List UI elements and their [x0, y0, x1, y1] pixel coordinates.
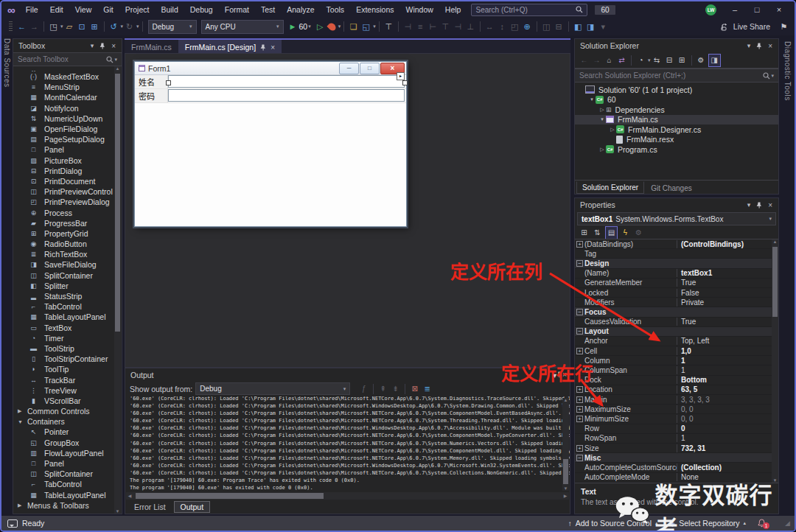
pin-icon[interactable]	[756, 43, 762, 49]
property-value[interactable]: False	[677, 289, 778, 297]
menu-project[interactable]: Project	[119, 1, 156, 18]
toolbox-item-tooltip[interactable]: ◗ToolTip	[13, 364, 114, 374]
toolbox-item-splitcontainer[interactable]: ◫SplitContainer	[13, 469, 114, 479]
maximize-button[interactable]: □	[746, 1, 768, 18]
tab-frmmain-cs-design[interactable]: FrmMain.cs [Design]×	[178, 40, 282, 55]
minimize-button[interactable]: –	[724, 1, 746, 18]
live-share-button[interactable]: Live Share	[721, 22, 770, 31]
property-row-tag[interactable]: Tag	[575, 249, 778, 259]
designer-preview-icon[interactable]: ◱	[360, 20, 371, 33]
toolbox-item-tabcontrol[interactable]: ⌐TabControl	[13, 479, 114, 489]
toolbox-item-treeview[interactable]: ⋮TreeView	[13, 385, 114, 396]
toolbar-overflow-icon[interactable]: ▾	[598, 20, 609, 33]
toolbox-item-flowlayoutpanel[interactable]: ▥FlowLayoutPanel	[13, 448, 114, 458]
property-row-rowspan[interactable]: RowSpan1	[575, 434, 778, 444]
save-icon[interactable]: ⊡	[77, 20, 88, 33]
toolbox-item-menustrip[interactable]: ≡MenuStrip	[13, 82, 114, 92]
properties-icon[interactable]: ⚙	[696, 55, 707, 66]
toolbox-item-vscrollbar[interactable]: ▮VScrollBar	[13, 396, 114, 406]
messages-filter-icon[interactable]: ƒ	[358, 383, 369, 395]
pending-changes-filter-icon[interactable]: ◔	[635, 55, 646, 66]
property-value[interactable]: Bottom	[677, 376, 778, 384]
property-pages-icon[interactable]: ⚙	[633, 227, 644, 239]
tab-solution-explorer[interactable]: Solution Explorer	[576, 181, 644, 194]
pin-icon[interactable]	[260, 44, 266, 51]
properties-view-icon[interactable]: ▤	[605, 226, 618, 239]
expand-icon[interactable]: +	[576, 416, 583, 422]
menu-help[interactable]: Help	[439, 1, 467, 18]
property-row-misc[interactable]: −Misc	[575, 453, 778, 463]
toolbox-item-pointer[interactable]: ↖Pointer	[13, 427, 114, 437]
close-tab-icon[interactable]: ×	[270, 43, 275, 52]
snap-lines-icon[interactable]: ⊤	[383, 20, 394, 33]
smart-tag-icon[interactable]: ▸	[397, 72, 405, 80]
properties-scrollbar[interactable]: ▲▼	[772, 239, 778, 483]
property-row-layout[interactable]: −Layout	[575, 327, 778, 337]
toolbox-item-progressbar[interactable]: ▰ProgressBar	[13, 218, 114, 228]
form-designer-surface[interactable]: Form1 ─ □ × 姓名▸密码	[125, 53, 570, 368]
make-same-width-icon[interactable]: ↔	[484, 20, 495, 33]
close-panel-icon[interactable]: ×	[768, 42, 772, 50]
tab-git-changes[interactable]: Git Changes	[646, 183, 697, 194]
property-value[interactable]: 0, 0	[677, 405, 778, 413]
expand-icon[interactable]: +	[576, 386, 583, 393]
menu-edit[interactable]: Edit	[44, 1, 69, 18]
form-field-textbox[interactable]	[168, 75, 405, 88]
select-repository-button[interactable]: ◈ Select Repository ▴	[670, 519, 747, 528]
make-same-height-icon[interactable]: ↕	[497, 20, 508, 33]
property-row-modifiers[interactable]: ModifiersPrivate	[575, 298, 778, 307]
properties-object-select[interactable]: textBox1 System.Windows.Forms.TextBox ▾	[577, 212, 776, 225]
diagnostic-tools-tab[interactable]: Diagnostic Tools	[783, 41, 792, 101]
toolbox-item-toolstrip[interactable]: ▬ToolStrip	[13, 343, 114, 354]
property-value[interactable]: 1	[677, 357, 778, 365]
toolbox-item-tabcontrol[interactable]: ⌐TabControl	[13, 301, 114, 312]
property-row-row[interactable]: Row0	[575, 424, 778, 434]
toolbox-item-radiobutton[interactable]: ◉RadioButton	[13, 239, 114, 249]
property-row-autocompletecustomsource[interactable]: AutoCompleteCustomSource(Collection)	[575, 463, 778, 472]
toolbox-item-trackbar[interactable]: ↔TrackBar	[13, 374, 114, 385]
collapse-icon[interactable]: −	[576, 328, 583, 335]
tab-frmmain-cs[interactable]: FrmMain.cs	[125, 40, 178, 55]
output-source-select[interactable]: Debug▾	[195, 382, 350, 395]
start-debugging-button[interactable]: ►60▾	[289, 22, 311, 31]
expand-icon[interactable]: +	[576, 348, 583, 354]
window-position-icon[interactable]: ▾	[747, 42, 751, 49]
menu-format[interactable]: Format	[219, 1, 255, 18]
toolbox-search-input[interactable]: Search Toolbox ▾	[13, 52, 122, 66]
toolbox-item-clipped[interactable]: ‥	[13, 66, 114, 71]
property-value[interactable]: 732, 31	[677, 444, 778, 452]
add-to-source-control-button[interactable]: ↑ Add to Source Control ▴	[568, 519, 658, 528]
property-row-columnspan[interactable]: ColumnSpan1	[575, 365, 778, 375]
close-button[interactable]: ×	[768, 1, 790, 18]
alphabetical-icon[interactable]: ⇅	[592, 227, 603, 239]
collapse-icon[interactable]: −	[576, 309, 583, 315]
clear-all-icon[interactable]: ⊠	[409, 383, 420, 395]
property-row-anchor[interactable]: AnchorTop, Left	[575, 337, 778, 346]
menu-tools[interactable]: Tools	[321, 1, 351, 18]
align-bottoms-icon[interactable]: ⊥	[465, 20, 476, 33]
close-panel-icon[interactable]: ×	[111, 42, 116, 50]
toolbox-item-tablelayoutpanel[interactable]: ▦TableLayoutPanel	[13, 490, 114, 500]
menu-test[interactable]: Test	[255, 1, 281, 18]
pin-icon[interactable]	[556, 371, 562, 378]
property-row-size[interactable]: +Size732, 31	[575, 444, 778, 453]
global-search-input[interactable]: Search (Ctrl+Q)	[471, 4, 587, 16]
menu-git[interactable]: Git	[97, 1, 119, 18]
startup-project-badge[interactable]: 60	[595, 5, 615, 15]
toolbox-item-toolstripcontainer[interactable]: ▯ToolStripContainer	[13, 354, 114, 364]
property-value[interactable]: 1,0	[677, 347, 778, 355]
toolbox-group-common-controls[interactable]: ▶Common Controls	[13, 406, 114, 416]
send-to-back-icon[interactable]: ◨	[585, 20, 596, 33]
toolbox-item-timer[interactable]: ◔Timer	[13, 333, 114, 343]
undo-icon[interactable]: ↺	[108, 20, 119, 33]
collapse-icon[interactable]: −	[576, 260, 583, 267]
property-row-cell[interactable]: +Cell1,0	[575, 346, 778, 356]
close-panel-icon[interactable]: ×	[562, 371, 567, 379]
property-row-generatemember[interactable]: GenerateMemberTrue	[575, 279, 778, 288]
property-value[interactable]: Top, Left	[677, 337, 778, 345]
property-value[interactable]: (ControlBindings)	[677, 240, 778, 248]
selection-handle-right[interactable]	[402, 80, 408, 85]
toolbox-item-propertygrid[interactable]: ⊞PropertyGrid	[13, 228, 114, 239]
pin-icon[interactable]	[100, 43, 105, 49]
expand-icon[interactable]: +	[576, 406, 583, 413]
